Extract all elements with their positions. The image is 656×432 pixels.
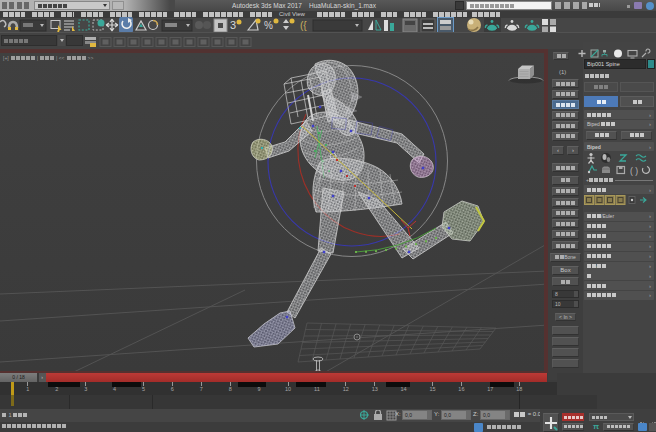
svg-text:({: ({ bbox=[300, 20, 307, 31]
svg-text:%: % bbox=[264, 20, 273, 31]
svg-text:( ): ( ) bbox=[630, 166, 638, 176]
svg-text:3: 3 bbox=[230, 19, 236, 31]
